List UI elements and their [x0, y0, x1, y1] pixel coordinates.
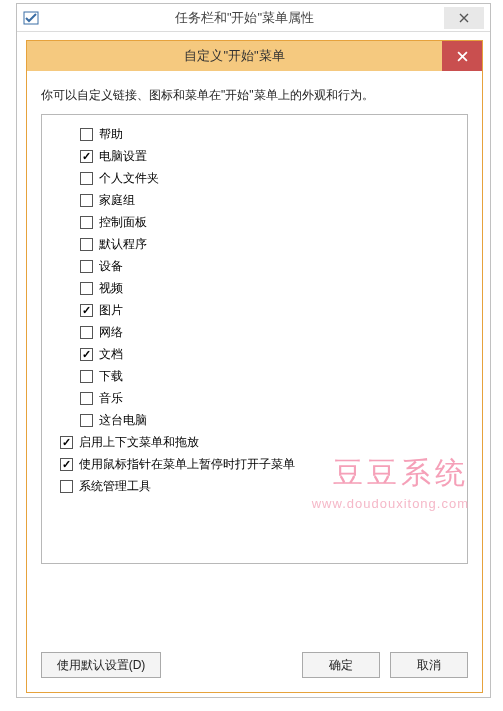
cancel-button[interactable]: 取消 [390, 652, 468, 678]
option-item[interactable]: 这台电脑 [52, 409, 457, 431]
checkbox[interactable] [60, 480, 73, 493]
parent-window: 任务栏和"开始"菜单属性 自定义"开始"菜单 你可以自定义链接、图标和菜单在"开… [16, 3, 491, 698]
option-item[interactable]: 系统管理工具 [52, 475, 457, 497]
checkbox[interactable] [80, 414, 93, 427]
option-item[interactable]: 设备 [52, 255, 457, 277]
checkbox[interactable] [80, 348, 93, 361]
option-label: 家庭组 [99, 192, 135, 209]
option-item[interactable]: 文档 [52, 343, 457, 365]
option-item[interactable]: 默认程序 [52, 233, 457, 255]
checkbox[interactable] [80, 194, 93, 207]
option-label: 个人文件夹 [99, 170, 159, 187]
checkbox[interactable] [80, 172, 93, 185]
option-item[interactable]: 视频 [52, 277, 457, 299]
option-label: 视频 [99, 280, 123, 297]
checkbox[interactable] [80, 282, 93, 295]
option-item[interactable]: 控制面板 [52, 211, 457, 233]
checkbox[interactable] [80, 128, 93, 141]
option-label: 控制面板 [99, 214, 147, 231]
checkbox[interactable] [80, 150, 93, 163]
dialog-title: 自定义"开始"菜单 [27, 47, 442, 65]
option-label: 下载 [99, 368, 123, 385]
option-item[interactable]: 下载 [52, 365, 457, 387]
option-label: 帮助 [99, 126, 123, 143]
use-defaults-button[interactable]: 使用默认设置(D) [41, 652, 161, 678]
option-item[interactable]: 使用鼠标指针在菜单上暂停时打开子菜单 [52, 453, 457, 475]
checkbox[interactable] [80, 326, 93, 339]
option-item[interactable]: 家庭组 [52, 189, 457, 211]
option-label: 这台电脑 [99, 412, 147, 429]
app-icon [23, 10, 39, 26]
option-label: 系统管理工具 [79, 478, 151, 495]
checkbox[interactable] [60, 458, 73, 471]
option-label: 设备 [99, 258, 123, 275]
dialog-close-button[interactable] [442, 41, 482, 71]
checkbox[interactable] [80, 260, 93, 273]
option-item[interactable]: 音乐 [52, 387, 457, 409]
checkbox[interactable] [80, 216, 93, 229]
dialog-description: 你可以自定义链接、图标和菜单在"开始"菜单上的外观和行为。 [27, 71, 482, 114]
checkbox[interactable] [60, 436, 73, 449]
option-label: 电脑设置 [99, 148, 147, 165]
option-item[interactable]: 启用上下文菜单和拖放 [52, 431, 457, 453]
option-label: 音乐 [99, 390, 123, 407]
options-list[interactable]: 帮助电脑设置个人文件夹家庭组控制面板默认程序设备视频图片网络文档下载音乐这台电脑… [41, 114, 468, 564]
checkbox[interactable] [80, 392, 93, 405]
option-label: 文档 [99, 346, 123, 363]
button-row: 使用默认设置(D) 确定 取消 [41, 652, 468, 678]
dialog-titlebar: 自定义"开始"菜单 [27, 41, 482, 71]
checkbox[interactable] [80, 370, 93, 383]
option-label: 网络 [99, 324, 123, 341]
option-item[interactable]: 图片 [52, 299, 457, 321]
checkbox[interactable] [80, 238, 93, 251]
option-label: 使用鼠标指针在菜单上暂停时打开子菜单 [79, 456, 295, 473]
option-item[interactable]: 个人文件夹 [52, 167, 457, 189]
option-label: 默认程序 [99, 236, 147, 253]
option-label: 启用上下文菜单和拖放 [79, 434, 199, 451]
checkbox[interactable] [80, 304, 93, 317]
option-item[interactable]: 电脑设置 [52, 145, 457, 167]
parent-titlebar: 任务栏和"开始"菜单属性 [17, 4, 490, 32]
option-item[interactable]: 帮助 [52, 123, 457, 145]
option-label: 图片 [99, 302, 123, 319]
parent-close-button[interactable] [444, 7, 484, 29]
option-item[interactable]: 网络 [52, 321, 457, 343]
parent-window-title: 任务栏和"开始"菜单属性 [45, 9, 444, 27]
ok-button[interactable]: 确定 [302, 652, 380, 678]
dialog-window: 自定义"开始"菜单 你可以自定义链接、图标和菜单在"开始"菜单上的外观和行为。 … [26, 40, 483, 693]
